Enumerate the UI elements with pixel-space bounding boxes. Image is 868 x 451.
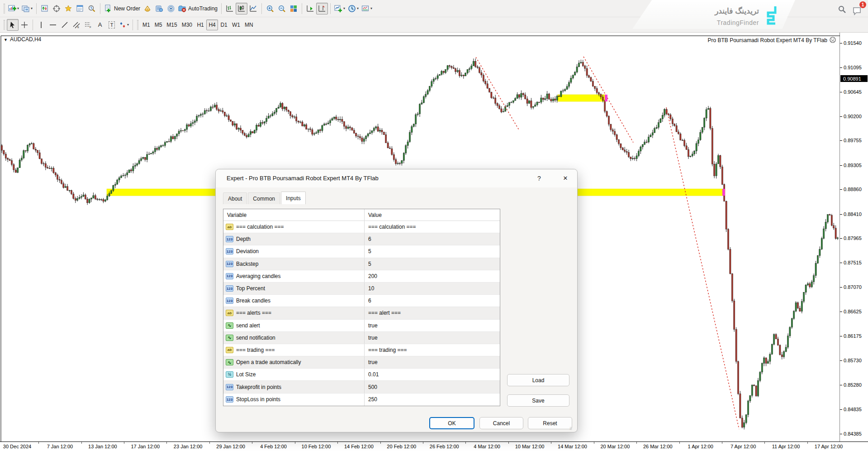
table-row[interactable]: 123StopLoss in points250: [223, 393, 500, 406]
periods-button[interactable]: ▾: [346, 3, 360, 14]
save-button[interactable]: Save: [507, 394, 569, 407]
timeframe-button-M5[interactable]: M5: [152, 19, 165, 30]
value-cell[interactable]: === trading ===: [364, 344, 500, 356]
new-chart-button[interactable]: ▾: [7, 3, 20, 14]
fibonacci-tool-button[interactable]: F: [82, 19, 94, 31]
value-cell[interactable]: 0.01: [364, 369, 500, 380]
dialog-titlebar[interactable]: Expert - Pro BTB Poursamadi Robot Expert…: [216, 169, 577, 187]
table-row[interactable]: 123Backstep5: [223, 258, 500, 270]
current-price-tag: 0.90891: [840, 75, 868, 82]
table-row[interactable]: 123Deviation5: [223, 245, 500, 258]
table-row[interactable]: 123Depth6: [223, 233, 500, 245]
strategy-tester-button[interactable]: [86, 3, 98, 14]
time-tick-label: 10 Feb 12:00: [302, 444, 331, 449]
zoom-out-button[interactable]: [276, 3, 288, 14]
horizontal-line-tool-button[interactable]: [47, 19, 59, 31]
toolbar-drag-handle[interactable]: [4, 20, 5, 30]
crosshair-tool-button[interactable]: [19, 19, 30, 31]
table-row[interactable]: ∿send alerttrue: [223, 320, 500, 332]
value-cell[interactable]: true: [364, 356, 500, 368]
inputs-table[interactable]: Variable Value ab=== calculation ====== …: [223, 209, 500, 406]
table-row[interactable]: ∿send notificationtrue: [223, 332, 500, 344]
table-row[interactable]: ½Lot Size0.01: [223, 369, 500, 381]
variable-cell: 123Averaging candles: [223, 270, 364, 282]
text-tool-button[interactable]: A: [94, 19, 106, 31]
value-cell[interactable]: 5: [364, 245, 500, 257]
value-cell[interactable]: 500: [364, 381, 500, 393]
table-row[interactable]: 123Averaging candles200: [223, 270, 500, 283]
time-tick-mark: [636, 442, 637, 444]
line-chart-mode-button[interactable]: [247, 3, 259, 14]
help-button[interactable]: ?: [532, 173, 546, 184]
data-window-button[interactable]: [51, 3, 62, 14]
indicators-button[interactable]: ▾: [333, 3, 346, 14]
terminal-button[interactable]: [74, 3, 86, 14]
value-cell[interactable]: 6: [364, 233, 500, 245]
auto-scroll-button[interactable]: [304, 3, 316, 14]
price-axis[interactable]: 0.915400.910950.906450.902000.897550.893…: [840, 33, 868, 441]
value-cell[interactable]: 200: [364, 270, 500, 282]
value-cell[interactable]: 5: [364, 258, 500, 270]
timeframe-button-M1[interactable]: M1: [140, 19, 152, 30]
value-cell[interactable]: true: [364, 320, 500, 331]
time-axis[interactable]: 30 Dec 20247 Jan 12:0013 Jan 12:0017 Jan…: [0, 441, 868, 451]
tab-inputs[interactable]: Inputs: [281, 192, 306, 204]
timeframe-button-MN[interactable]: MN: [242, 19, 256, 30]
profiles-button[interactable]: ▾: [20, 3, 34, 14]
tab-common[interactable]: Common: [248, 192, 280, 204]
templates-button[interactable]: ▾: [360, 3, 374, 14]
table-row[interactable]: 123Takeprofit in points500: [223, 381, 500, 393]
cancel-button[interactable]: Cancel: [479, 417, 523, 429]
ea-inactive-smiley-icon[interactable]: [830, 37, 836, 44]
new-order-button[interactable]: New Order: [103, 3, 142, 14]
reset-button[interactable]: Reset: [528, 417, 572, 429]
experts-button[interactable]: [153, 3, 165, 14]
timeframe-button-M30[interactable]: M30: [180, 19, 194, 30]
value-cell[interactable]: 250: [364, 393, 500, 406]
table-row[interactable]: ab=== trading ====== trading ===: [223, 344, 500, 356]
text-label-tool-button[interactable]: T: [106, 19, 118, 31]
toolbar-drag-handle[interactable]: [4, 4, 5, 14]
table-row[interactable]: ∿Open a trade automaticallytrue: [223, 356, 500, 369]
ok-button[interactable]: OK: [429, 417, 474, 429]
equidistant-channel-tool-button[interactable]: E: [71, 19, 82, 31]
toolbar-drag-handle[interactable]: [137, 20, 138, 30]
bar-chart-mode-button[interactable]: [224, 3, 236, 14]
arrows-tool-button[interactable]: ▾: [118, 19, 130, 31]
signals-button[interactable]: [165, 3, 177, 14]
value-cell[interactable]: === alert ===: [364, 307, 500, 319]
value-cell[interactable]: true: [364, 332, 500, 344]
autotrading-button[interactable]: AutoTrading: [177, 3, 219, 14]
value-cell[interactable]: 6: [364, 295, 500, 307]
cursor-tool-button[interactable]: [7, 19, 19, 31]
table-row[interactable]: 123Top Percent10: [223, 283, 500, 295]
navigator-button[interactable]: [62, 3, 74, 14]
table-row[interactable]: 123Break candles6: [223, 295, 500, 307]
close-icon[interactable]: ✕: [558, 173, 573, 184]
vertical-line-tool-button[interactable]: [35, 19, 47, 31]
timeframe-button-M15[interactable]: M15: [164, 19, 179, 30]
trendline-tool-button[interactable]: [59, 19, 71, 31]
variable-name: send notification: [236, 335, 275, 341]
market-watch-button[interactable]: [39, 3, 51, 14]
resize-grip-icon[interactable]: ⠿: [569, 427, 574, 431]
tile-windows-button[interactable]: [288, 3, 299, 14]
value-cell[interactable]: === calculation ===: [364, 221, 500, 233]
value-cell[interactable]: 10: [364, 283, 500, 294]
timeframe-button-H1[interactable]: H1: [194, 19, 206, 30]
variable-name: Averaging candles: [236, 273, 281, 279]
tab-about[interactable]: About: [223, 192, 247, 204]
search-icon[interactable]: [838, 5, 847, 16]
timeframe-button-D1[interactable]: D1: [218, 19, 230, 30]
timeframe-button-H4[interactable]: H4: [206, 19, 218, 30]
candlestick-mode-button[interactable]: [236, 3, 247, 14]
table-row[interactable]: ab=== calculation ====== calculation ===: [223, 221, 500, 233]
load-button[interactable]: Load: [507, 374, 569, 386]
time-tick-mark: [551, 442, 551, 444]
zoom-in-button[interactable]: [264, 3, 276, 14]
timeframe-button-W1[interactable]: W1: [230, 19, 242, 30]
table-row[interactable]: ab=== alerts ====== alert ===: [223, 307, 500, 319]
red-dotted-line: [666, 107, 739, 429]
chart-shift-button[interactable]: [316, 3, 328, 14]
metaeditor-button[interactable]: [142, 3, 153, 14]
